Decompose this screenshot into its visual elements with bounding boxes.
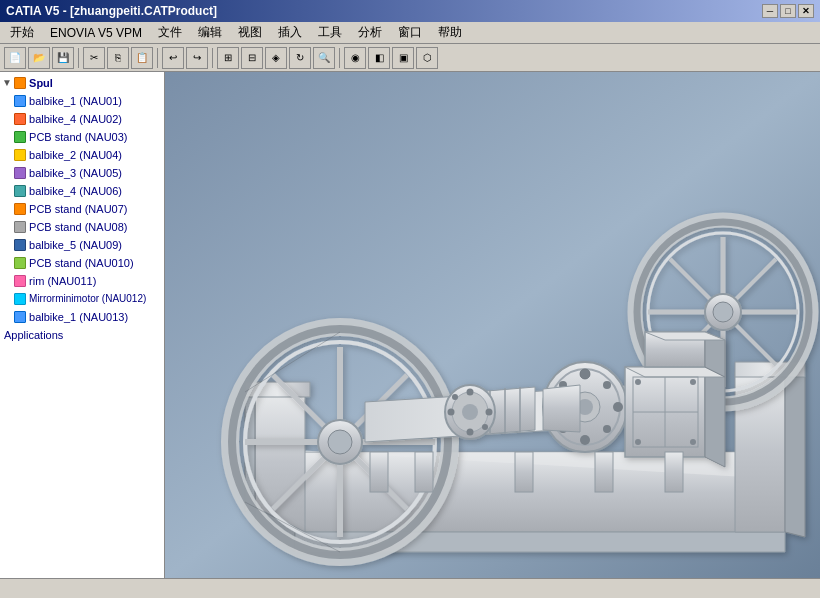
svg-point-64 — [635, 379, 641, 385]
svg-point-51 — [467, 429, 474, 436]
item-icon-4 — [14, 167, 26, 179]
toolbar-copy[interactable]: ⎘ — [107, 47, 129, 69]
tree-item-1[interactable]: balbike_4 (NAU02) — [0, 110, 164, 128]
item-icon-12 — [14, 311, 26, 323]
toolbar-view3[interactable]: ◈ — [265, 47, 287, 69]
3d-model — [165, 72, 820, 578]
item-icon-11 — [14, 293, 26, 305]
svg-rect-72 — [415, 452, 433, 492]
tree-label-4: balbike_3 (NAU05) — [29, 165, 122, 181]
item-icon-7 — [14, 221, 26, 233]
svg-point-34 — [580, 369, 590, 379]
tree-item-9[interactable]: PCB stand (NAU010) — [0, 254, 164, 272]
item-icon-6 — [14, 203, 26, 215]
item-icon-3 — [14, 149, 26, 161]
tree-item-11[interactable]: Mirrorminimotor (NAU012) — [0, 290, 164, 308]
toolbar-view1[interactable]: ⊞ — [217, 47, 239, 69]
toolbar-render[interactable]: ◉ — [344, 47, 366, 69]
toolbar-wire[interactable]: ▣ — [392, 47, 414, 69]
tree-label-11: Mirrorminimotor (NAU012) — [29, 291, 146, 307]
menu-file[interactable]: 文件 — [150, 22, 190, 43]
toolbar-sep2 — [157, 48, 158, 68]
tree-item-4[interactable]: balbike_3 (NAU05) — [0, 164, 164, 182]
menu-tools[interactable]: 工具 — [310, 22, 350, 43]
tree-label-5: balbike_4 (NAU06) — [29, 183, 122, 199]
tree-label-6: PCB stand (NAU07) — [29, 201, 127, 217]
tree-root[interactable]: ▼ Spul — [0, 74, 164, 92]
toolbar-shade[interactable]: ◧ — [368, 47, 390, 69]
tree-item-7[interactable]: PCB stand (NAU08) — [0, 218, 164, 236]
svg-point-27 — [713, 302, 733, 322]
menu-help[interactable]: 帮助 — [430, 22, 470, 43]
close-button[interactable]: ✕ — [798, 4, 814, 18]
minimize-button[interactable]: ─ — [762, 4, 778, 18]
toolbar-view2[interactable]: ⊟ — [241, 47, 263, 69]
toolbar-sep3 — [212, 48, 213, 68]
svg-marker-59 — [705, 367, 725, 467]
tree-item-2[interactable]: PCB stand (NAU03) — [0, 128, 164, 146]
svg-point-39 — [603, 425, 611, 433]
svg-point-41 — [603, 381, 611, 389]
tree-item-3[interactable]: balbike_2 (NAU04) — [0, 146, 164, 164]
tree-applications[interactable]: Applications — [0, 326, 164, 344]
tree-label-3: balbike_2 (NAU04) — [29, 147, 122, 163]
item-icon-10 — [14, 275, 26, 287]
menu-bar: 开始 ENOVIA V5 VPM 文件 编辑 视图 插入 工具 分析 窗口 帮助 — [0, 22, 820, 44]
applications-label: Applications — [4, 327, 63, 343]
toolbar-open[interactable]: 📂 — [28, 47, 50, 69]
tree-item-10[interactable]: rim (NAU011) — [0, 272, 164, 290]
svg-point-50 — [467, 389, 474, 396]
svg-point-53 — [486, 409, 493, 416]
window-title: CATIA V5 - [zhuangpeiti.CATProduct] — [6, 4, 762, 18]
toolbar-rotate[interactable]: ↻ — [289, 47, 311, 69]
menu-start[interactable]: 开始 — [2, 22, 42, 43]
toolbar-cut[interactable]: ✂ — [83, 47, 105, 69]
tree-item-8[interactable]: balbike_5 (NAU09) — [0, 236, 164, 254]
svg-rect-73 — [515, 452, 533, 492]
svg-point-65 — [690, 379, 696, 385]
svg-point-67 — [690, 439, 696, 445]
svg-marker-57 — [543, 385, 580, 432]
tree-label-0: balbike_1 (NAU01) — [29, 93, 122, 109]
tree-item-6[interactable]: PCB stand (NAU07) — [0, 200, 164, 218]
svg-point-55 — [482, 424, 488, 430]
svg-point-56 — [462, 404, 478, 420]
toolbar-redo[interactable]: ↪ — [186, 47, 208, 69]
svg-rect-71 — [370, 452, 388, 492]
toolbar-new[interactable]: 📄 — [4, 47, 26, 69]
toolbar: 📄 📂 💾 ✂ ⎘ 📋 ↩ ↪ ⊞ ⊟ ◈ ↻ 🔍 ◉ ◧ ▣ ⬡ — [0, 44, 820, 72]
menu-edit[interactable]: 编辑 — [190, 22, 230, 43]
toolbar-iso[interactable]: ⬡ — [416, 47, 438, 69]
window-controls: ─ □ ✕ — [762, 4, 814, 18]
root-product-icon — [14, 77, 26, 89]
menu-view[interactable]: 视图 — [230, 22, 270, 43]
svg-point-18 — [328, 430, 352, 454]
tree-label-1: balbike_4 (NAU02) — [29, 111, 122, 127]
main-area: ▼ Spul balbike_1 (NAU01) balbike_4 (NAU0… — [0, 72, 820, 578]
toolbar-save[interactable]: 💾 — [52, 47, 74, 69]
toolbar-zoom[interactable]: 🔍 — [313, 47, 335, 69]
svg-point-37 — [613, 402, 623, 412]
tree-item-0[interactable]: balbike_1 (NAU01) — [0, 92, 164, 110]
toolbar-sep4 — [339, 48, 340, 68]
svg-point-66 — [635, 439, 641, 445]
svg-point-35 — [580, 435, 590, 445]
restore-button[interactable]: □ — [780, 4, 796, 18]
tree-item-5[interactable]: balbike_4 (NAU06) — [0, 182, 164, 200]
title-bar: CATIA V5 - [zhuangpeiti.CATProduct] ─ □ … — [0, 0, 820, 22]
toolbar-undo[interactable]: ↩ — [162, 47, 184, 69]
menu-analysis[interactable]: 分析 — [350, 22, 390, 43]
item-icon-9 — [14, 257, 26, 269]
tree-item-12[interactable]: balbike_1 (NAU013) — [0, 308, 164, 326]
tree-root-label: Spul — [29, 75, 53, 91]
toolbar-paste[interactable]: 📋 — [131, 47, 153, 69]
tree-label-9: PCB stand (NAU010) — [29, 255, 134, 271]
menu-window[interactable]: 窗口 — [390, 22, 430, 43]
item-icon-2 — [14, 131, 26, 143]
menu-enovia[interactable]: ENOVIA V5 VPM — [42, 24, 150, 42]
viewport[interactable]: 飞=沐风网 www.mfcad.com — [165, 72, 820, 578]
menu-insert[interactable]: 插入 — [270, 22, 310, 43]
tree-label-7: PCB stand (NAU08) — [29, 219, 127, 235]
tree-panel: ▼ Spul balbike_1 (NAU01) balbike_4 (NAU0… — [0, 72, 165, 578]
item-icon-8 — [14, 239, 26, 251]
